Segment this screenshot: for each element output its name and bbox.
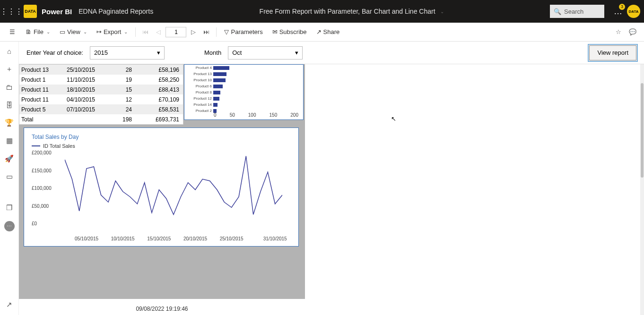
line-chart-legend: ID Total Sales — [32, 143, 291, 149]
x-tick: 31/10/2015 — [263, 236, 287, 241]
x-tick: 20/10/2015 — [183, 236, 207, 241]
cell-date: 25/10/2015 — [62, 67, 100, 73]
last-page-button[interactable]: ⏭ — [200, 26, 212, 37]
notification-badge: 3 — [619, 4, 625, 10]
legend-swatch — [32, 145, 40, 146]
report-title: Free Form Report with Parameter, Bar Cha… — [260, 8, 435, 15]
view-menu[interactable]: ▭ View ⌄ — [56, 26, 91, 37]
cell-amount: £58,250 — [135, 77, 182, 83]
cell-date: 04/10/2015 — [62, 96, 100, 103]
x-tick: 15/10/2015 — [147, 236, 171, 241]
total-qty: 198 — [100, 116, 135, 123]
expand-nav-icon[interactable]: ↗ — [5, 300, 14, 309]
top-header: ⋮⋮⋮ DATA Power BI EDNA Paginated Reports… — [0, 0, 644, 23]
caret-down-icon: ▾ — [157, 49, 160, 56]
file-label: File — [34, 28, 44, 35]
x-tick: 05/10/2015 — [75, 236, 98, 241]
bar-label: Product 14 — [188, 102, 212, 107]
brand-badge: DATA — [24, 5, 37, 18]
deployment-icon[interactable]: 🚀 — [5, 154, 14, 163]
y-tick: £50,000 — [32, 203, 49, 208]
export-icon: ↦ — [96, 28, 102, 35]
file-menu[interactable]: 🗎 File ⌄ — [22, 26, 54, 37]
workspaces-icon[interactable]: ❐ — [5, 203, 14, 213]
caret-down-icon: ▾ — [295, 49, 298, 56]
report-title-dropdown[interactable]: Free Form Report with Parameter, Bar Cha… — [153, 8, 550, 15]
favorite-button[interactable]: ☆ — [613, 26, 624, 37]
hamburger-icon[interactable]: ☰ — [5, 28, 20, 35]
cell-amount: £58,531 — [135, 106, 182, 113]
workspace-name[interactable]: EDNA Paginated Reports — [78, 8, 153, 15]
table-total-row: Total 198 £693,731 — [19, 114, 183, 124]
browse-icon[interactable]: 🗀 — [5, 82, 14, 92]
chevron-down-icon: ⌄ — [440, 9, 444, 14]
y-tick: £100,000 — [32, 186, 52, 191]
chevron-down-icon: ⌄ — [46, 29, 50, 34]
scrollbar-thumb[interactable] — [641, 83, 644, 178]
workspace-selector-icon[interactable]: ⋯ — [4, 221, 15, 231]
year-param-label: Enter Year of choice: — [26, 49, 83, 56]
month-dropdown[interactable]: Oct ▾ — [228, 46, 303, 60]
cell-product: Product 5 — [19, 106, 62, 113]
subscribe-label: Subscribe — [279, 28, 307, 35]
left-nav-rail: ⌂ ＋ 🗀 🗄 🏆 ▦ 🚀 ▭ ❐ ⋯ ↗ — [0, 42, 19, 315]
bar — [213, 78, 226, 82]
x-tick: 150 — [270, 112, 278, 118]
total-amount: £693,731 — [135, 116, 182, 123]
view-report-button[interactable]: View report — [589, 45, 636, 60]
chevron-down-icon: ⌄ — [83, 29, 87, 34]
bar-row: Product 8 — [188, 89, 298, 95]
bar-row: Product 10 — [188, 77, 298, 83]
search-icon: 🔍 — [554, 8, 561, 15]
y-tick: £150,000 — [32, 168, 52, 173]
cell-qty: 12 — [100, 96, 135, 103]
report-timestamp: 09/08/2022 19:19:46 — [19, 303, 305, 315]
subscribe-button[interactable]: ✉ Subscribe — [269, 26, 311, 37]
app-launcher-icon[interactable]: ⋮⋮⋮ — [4, 4, 19, 19]
avatar[interactable]: DATA — [627, 5, 640, 18]
vertical-scrollbar[interactable] — [640, 64, 644, 315]
search-placeholder: Search — [564, 8, 583, 15]
view-icon: ▭ — [60, 28, 65, 35]
x-tick: 25/10/2015 — [220, 236, 244, 241]
bar — [213, 91, 220, 94]
table-row: Product 13 25/10/2015 28 £58,196 — [19, 65, 183, 75]
chevron-down-icon: ⌄ — [124, 29, 128, 34]
home-icon[interactable]: ⌂ — [5, 46, 14, 56]
export-menu[interactable]: ↦ Export ⌄ — [93, 26, 132, 37]
metrics-icon[interactable]: 🏆 — [5, 118, 14, 128]
year-dropdown[interactable]: 2015 ▾ — [90, 46, 165, 60]
apps-icon[interactable]: ▦ — [5, 136, 14, 145]
bar-row: Product 13 — [188, 71, 298, 77]
cell-amount: £88,413 — [135, 86, 182, 93]
year-value: 2015 — [94, 49, 108, 56]
bar — [213, 66, 229, 70]
bar-label: Product 12 — [188, 96, 212, 101]
comments-button[interactable]: 💬 — [626, 26, 639, 37]
bar-label: Product 10 — [188, 78, 212, 82]
next-page-button[interactable]: ▷ — [188, 26, 199, 37]
bar-row: Product 4 — [188, 65, 298, 71]
data-hub-icon[interactable]: 🗄 — [5, 100, 14, 110]
share-button[interactable]: ↗ Share — [313, 26, 344, 37]
cell-qty: 15 — [100, 86, 135, 93]
x-tick: 0 — [214, 112, 217, 118]
parameters-label: Parameters — [231, 28, 262, 35]
cell-product: Product 11 — [19, 86, 62, 93]
more-menu[interactable]: … 3 — [614, 7, 622, 17]
parameters-button[interactable]: ▽ Parameters — [220, 26, 266, 37]
cell-date: 11/10/2015 — [62, 77, 100, 83]
bar-row: Product 14 — [188, 102, 298, 108]
view-label: View — [67, 28, 80, 35]
cell-product: Product 11 — [19, 96, 62, 103]
total-label: Total — [19, 116, 62, 123]
page-number-input[interactable] — [165, 27, 186, 37]
search-input[interactable]: 🔍 Search — [550, 5, 604, 18]
create-icon[interactable]: ＋ — [5, 64, 14, 74]
table-row: Product 11 18/10/2015 15 £88,413 — [19, 85, 183, 94]
bar-label: Product 6 — [188, 84, 212, 88]
bar — [213, 85, 223, 88]
bar-row: Product 12 — [188, 95, 298, 102]
cell-amount: £70,109 — [135, 96, 182, 103]
learn-icon[interactable]: ▭ — [5, 172, 14, 181]
